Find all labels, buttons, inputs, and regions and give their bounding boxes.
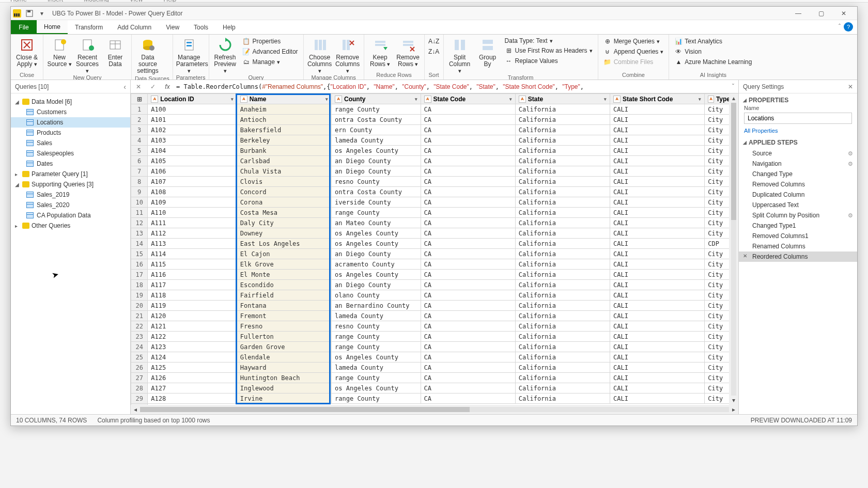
table-cell[interactable]: Hayward [237, 363, 331, 373]
merge-queries-button[interactable]: ⊕Merge Queries ▾ [601, 37, 666, 46]
column-header[interactable]: ACounty▾ [332, 94, 421, 104]
table-cell[interactable]: Anaheim [237, 104, 331, 115]
table-cell[interactable]: A114 [148, 249, 237, 259]
applied-step[interactable]: Renamed Columns [739, 241, 857, 251]
first-row-headers-button[interactable]: ⊞Use First Row as Headers ▾ [503, 46, 595, 55]
table-cell[interactable]: A110 [148, 208, 237, 218]
table-cell[interactable]: A118 [148, 290, 237, 301]
text-analytics-button[interactable]: 📊Text Analytics [672, 37, 754, 46]
table-cell[interactable]: os Angeles County [332, 239, 421, 249]
table-cell[interactable]: range County [332, 104, 421, 115]
table-cell[interactable]: CA [421, 208, 515, 218]
table-cell[interactable]: California [515, 249, 610, 259]
table-cell[interactable]: California [515, 259, 610, 270]
applied-step[interactable]: Changed Type [739, 169, 857, 179]
new-source-button[interactable]: New Source ▾ [47, 36, 72, 68]
table-cell[interactable]: A102 [148, 125, 237, 135]
row-number[interactable]: 1 [131, 104, 148, 115]
table-cell[interactable]: CALI [610, 280, 705, 290]
table-cell[interactable]: CALI [610, 115, 705, 125]
table-cell[interactable]: CA [421, 125, 515, 135]
table-cell[interactable]: A103 [148, 135, 237, 146]
table-cell[interactable]: CA [421, 135, 515, 146]
table-cell[interactable]: Clovis [237, 177, 331, 187]
table-cell[interactable]: CA [421, 177, 515, 187]
row-number[interactable]: 20 [131, 301, 148, 311]
table-cell[interactable]: California [515, 342, 610, 352]
table-cell[interactable]: CALI [610, 321, 705, 332]
group-by-button[interactable]: Group By [475, 36, 501, 68]
table-cell[interactable]: California [515, 311, 610, 321]
table-cell[interactable]: Concord [237, 187, 331, 197]
applied-step[interactable]: Changed Type1 [739, 221, 857, 231]
table-cell[interactable]: California [515, 332, 610, 342]
table-cell[interactable]: CA [421, 342, 515, 352]
table-cell[interactable]: CALI [610, 166, 705, 177]
table-cell[interactable]: Carlsbad [237, 156, 331, 166]
data-type-dropdown[interactable]: Data Type: Text ▾ [503, 37, 595, 45]
table-cell[interactable]: Burbank [237, 146, 331, 156]
table-cell[interactable]: os Angeles County [332, 352, 421, 363]
table-cell[interactable]: A125 [148, 363, 237, 373]
table-cell[interactable]: California [515, 125, 610, 135]
row-number[interactable]: 4 [131, 135, 148, 146]
table-cell[interactable]: ontra Costa County [332, 187, 421, 197]
fx-icon[interactable]: fx [162, 82, 173, 92]
sort-asc-button[interactable]: A↓Z [428, 37, 440, 46]
table-cell[interactable]: Garden Grove [237, 342, 331, 352]
table-cell[interactable]: A109 [148, 197, 237, 208]
table-cell[interactable]: Antioch [237, 115, 331, 125]
table-cell[interactable]: A116 [148, 270, 237, 280]
column-header[interactable]: AState Short Code▾ [610, 94, 705, 104]
table-cell[interactable]: CALI [610, 342, 705, 352]
formula-text[interactable]: = Table.ReorderColumns(#"Renamed Columns… [176, 83, 729, 90]
table-cell[interactable]: range County [332, 393, 421, 404]
table-cell[interactable]: CA [421, 301, 515, 311]
table-cell[interactable]: iverside County [332, 197, 421, 208]
row-number[interactable]: 14 [131, 239, 148, 249]
table-cell[interactable]: CA [421, 259, 515, 270]
table-cell[interactable]: California [515, 115, 610, 125]
table-cell[interactable]: California [515, 218, 610, 228]
tab-transform[interactable]: Transform [68, 20, 110, 34]
row-number[interactable]: 15 [131, 249, 148, 259]
table-cell[interactable]: resno County [332, 177, 421, 187]
table-cell[interactable]: CALI [610, 373, 705, 383]
table-cell[interactable]: Daly City [237, 218, 331, 228]
table-cell[interactable]: A127 [148, 383, 237, 393]
table-cell[interactable]: ontra Costa County [332, 115, 421, 125]
row-number[interactable]: 17 [131, 270, 148, 280]
close-settings-icon[interactable]: ✕ [848, 83, 853, 90]
table-cell[interactable]: CALI [610, 301, 705, 311]
row-number[interactable]: 28 [131, 383, 148, 393]
table-cell[interactable]: CA [421, 352, 515, 363]
table-corner[interactable]: ⊞ [131, 94, 148, 104]
table-cell[interactable]: A101 [148, 115, 237, 125]
query-item[interactable]: Sales_2020 [11, 200, 130, 210]
table-cell[interactable]: A121 [148, 321, 237, 332]
table-cell[interactable]: an Diego County [332, 249, 421, 259]
tab-home[interactable]: Home [37, 20, 68, 34]
table-cell[interactable]: CA [421, 104, 515, 115]
table-cell[interactable]: Berkeley [237, 135, 331, 146]
table-cell[interactable]: CALI [610, 156, 705, 166]
horizontal-scrollbar[interactable]: ◂▸ [131, 405, 738, 414]
table-cell[interactable]: olano County [332, 290, 421, 301]
table-cell[interactable]: range County [332, 208, 421, 218]
all-properties-link[interactable]: All Properties [739, 125, 857, 136]
manage-parameters-button[interactable]: Manage Parameters ▾ [176, 36, 202, 74]
table-cell[interactable]: CALI [610, 363, 705, 373]
append-queries-button[interactable]: ⊎Append Queries ▾ [601, 47, 666, 56]
table-cell[interactable]: CA [421, 311, 515, 321]
query-item[interactable]: Products [11, 128, 130, 138]
table-cell[interactable]: os Angeles County [332, 383, 421, 393]
table-cell[interactable]: Bakersfield [237, 125, 331, 135]
cancel-formula-icon[interactable]: ✕ [133, 82, 144, 92]
row-number[interactable]: 8 [131, 177, 148, 187]
table-cell[interactable]: California [515, 280, 610, 290]
gear-icon[interactable]: ⚙ [848, 150, 853, 157]
table-cell[interactable]: CA [421, 332, 515, 342]
table-cell[interactable]: CA [421, 197, 515, 208]
applied-step[interactable]: Source⚙ [739, 148, 857, 159]
row-number[interactable]: 27 [131, 373, 148, 383]
